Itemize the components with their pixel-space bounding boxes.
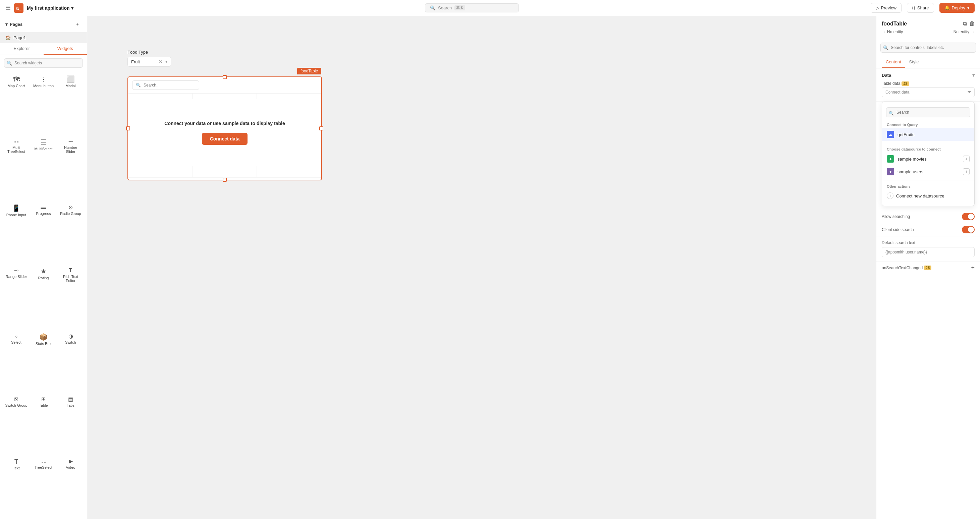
client-side-search-toggle[interactable] — [962, 226, 975, 233]
deploy-button[interactable]: 🔔 Deploy ▾ — [939, 3, 975, 13]
js-badge: JS — [902, 81, 909, 86]
widget-item-phone-input[interactable]: 📱 Phone Input — [3, 202, 29, 264]
widget-item-map-chart[interactable]: 🗺 Map Chart — [3, 73, 29, 135]
allow-searching-row: Allow searching — [877, 210, 980, 223]
delete-icon[interactable]: 🗑 — [969, 21, 975, 27]
table-col-2 — [192, 94, 257, 99]
on-search-text-changed-row: onSearchTextChanged JS + — [877, 262, 980, 274]
widget-item-treeselect[interactable]: ⚏ TreeSelect — [30, 456, 56, 517]
table-headers — [128, 94, 321, 99]
food-type-clear-icon[interactable]: ✕ — [159, 59, 163, 64]
widget-item-radio-group[interactable]: ⊙ Radio Group — [58, 202, 84, 264]
table-icon: ⊞ — [41, 397, 46, 402]
widget-item-switch[interactable]: ◑ Switch — [58, 331, 84, 393]
rp-header: foodTable ⧉ 🗑 → No entity No entity → — [877, 16, 980, 39]
widget-item-number-slider[interactable]: ⊸ Number Slider — [58, 136, 84, 200]
rp-entity-row: → No entity No entity → — [882, 27, 975, 35]
entity-right-link[interactable]: No entity → — [953, 30, 975, 34]
rp-search: 🔍 — [877, 39, 980, 56]
number-slider-icon: ⊸ — [68, 139, 73, 144]
preview-button[interactable]: ▷ Preview — [871, 3, 902, 13]
share-button[interactable]: ⟨⟩ Share — [907, 3, 934, 13]
sidebar-item-page1[interactable]: 🏠 Page1 — [0, 33, 87, 43]
datasource-icon: ● — [887, 155, 894, 163]
video-icon: ▶ — [69, 459, 73, 464]
datasource-item-sample-movies[interactable]: ● sample movies + — [882, 152, 974, 165]
global-search[interactable]: 🔍 Search ⌘ K — [425, 3, 519, 13]
resize-handle-top[interactable] — [223, 75, 227, 79]
table-widget-label: foodTable — [297, 68, 321, 75]
phone-input-icon: 📱 — [12, 205, 21, 211]
rp-table-data-field: Table data JS Connect data — [882, 81, 975, 97]
widget-item-menu-button[interactable]: ⋮ Menu button — [30, 73, 56, 135]
share-icon: ⟨⟩ — [912, 5, 915, 10]
table-col-1 — [128, 94, 192, 99]
widget-item-modal[interactable]: ⬜ Modal — [58, 73, 84, 135]
multi-treeselect-icon: ⚏ — [14, 139, 19, 144]
allow-searching-toggle[interactable] — [962, 213, 975, 220]
modal-icon: ⬜ — [67, 76, 75, 83]
sidebar-tabs: Explorer Widgets — [0, 43, 87, 55]
resize-handle-left[interactable] — [126, 126, 130, 130]
search-widgets-input[interactable] — [4, 58, 83, 68]
widget-item-text[interactable]: T Text — [3, 456, 29, 517]
choose-datasource-title: Choose datasource to connect — [882, 145, 974, 152]
table-row — [128, 172, 321, 178]
rp-search-input[interactable] — [880, 43, 976, 52]
treeselect-icon: ⚏ — [41, 459, 46, 464]
add-datasource-icon[interactable]: + — [963, 156, 970, 162]
search-icon: 🔍 — [136, 83, 141, 87]
tab-style[interactable]: Style — [905, 56, 923, 68]
widget-item-multiselect[interactable]: ☰ MultiSelect — [30, 136, 56, 200]
tab-content[interactable]: Content — [882, 56, 905, 68]
widget-item-progress[interactable]: ▬ Progress — [30, 202, 56, 264]
resize-handle-bottom[interactable] — [223, 178, 227, 182]
app-name[interactable]: My first application ▾ — [27, 5, 73, 11]
left-sidebar: ▾ Pages + 🏠 Page1 Explorer Widgets 🔍 🗺 M… — [0, 16, 87, 519]
table-search-input[interactable] — [143, 83, 196, 87]
widget-item-switch-group[interactable]: ⊠ Switch Group — [3, 394, 29, 454]
widget-item-video[interactable]: ▶ Video — [58, 456, 84, 517]
query-item-getFruits[interactable]: ☁ getFruits — [882, 128, 974, 141]
connect-data-button[interactable]: Connect data — [202, 133, 248, 145]
resize-handle-right[interactable] — [319, 126, 323, 130]
topnav-right: ▷ Preview ⟨⟩ Share 🔔 Deploy ▾ — [871, 3, 975, 13]
tab-explorer[interactable]: Explorer — [0, 43, 44, 55]
rp-tabs: Content Style — [877, 56, 980, 68]
connect-panel-search: 🔍 — [882, 106, 974, 121]
table-data-select[interactable]: Connect data — [882, 87, 975, 97]
widget-item-stats-box[interactable]: 📦 Stats Box — [30, 331, 56, 393]
client-side-search-row: Client side search — [877, 223, 980, 236]
collapse-icon[interactable]: ▾ — [972, 72, 975, 78]
main-layout: ▾ Pages + 🏠 Page1 Explorer Widgets 🔍 🗺 M… — [0, 16, 980, 519]
hamburger-icon[interactable]: ☰ — [5, 4, 11, 12]
search-shortcut: ⌘ K — [455, 5, 465, 10]
copy-icon[interactable]: ⧉ — [963, 21, 967, 27]
table-empty-text: Connect your data or use sample data to … — [164, 121, 285, 126]
connect-panel-search-input[interactable] — [886, 107, 970, 117]
tab-widgets[interactable]: Widgets — [44, 43, 87, 55]
table-row — [128, 166, 321, 172]
app-logo: a_ — [14, 3, 24, 13]
widget-item-rating[interactable]: ★ Rating — [30, 265, 56, 330]
widget-item-multi-treeselect[interactable]: ⚏ Multi TreeSelect — [3, 136, 29, 200]
entity-left-link[interactable]: → No entity — [882, 30, 903, 34]
food-type-select[interactable]: Fruit ✕ ▾ — [127, 57, 171, 67]
add-page-button[interactable]: + — [73, 20, 81, 28]
search-text: Search — [438, 5, 452, 10]
datasource-icon: ● — [887, 168, 894, 175]
widget-item-rich-text-editor[interactable]: T Rich Text Editor — [58, 265, 84, 330]
add-event-icon[interactable]: + — [971, 264, 975, 271]
widget-item-tabs[interactable]: ▤ Tabs — [58, 394, 84, 454]
widget-item-table[interactable]: ⊞ Table — [30, 394, 56, 454]
add-datasource-icon[interactable]: + — [963, 168, 970, 175]
plus-icon: + — [887, 192, 894, 199]
connect-new-datasource[interactable]: + Connect new datasource — [882, 190, 974, 202]
widget-item-range-slider[interactable]: ⊸ Range Slider — [3, 265, 29, 330]
pages-title: ▾ Pages — [5, 22, 22, 27]
datasource-item-sample-users[interactable]: ● sample users + — [882, 165, 974, 178]
default-search-text-input[interactable] — [882, 247, 975, 257]
rich-text-editor-icon: T — [69, 268, 72, 273]
widget-item-select[interactable]: ⬦ Select — [3, 331, 29, 393]
food-table-widget: foodTable 🔍 — [127, 76, 322, 180]
